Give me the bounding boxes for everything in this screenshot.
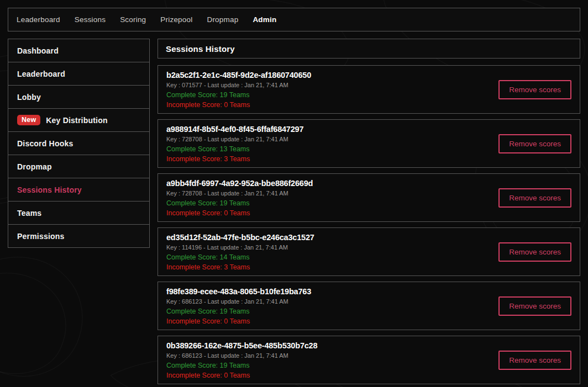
- remove-scores-button[interactable]: Remove scores: [498, 188, 571, 208]
- session-info: 0b389266-162e-4875-b5ee-485b530b7c28 Key…: [166, 341, 317, 379]
- remove-scores-button[interactable]: Remove scores: [498, 80, 571, 99]
- session-info: a9bb4fdf-6997-4a92-952a-bbe886f2669d Key…: [166, 179, 313, 217]
- session-id: a9bb4fdf-6997-4a92-952a-bbe886f2669d: [166, 179, 313, 188]
- incomplete-score: Incomplete Score: 3 Teams: [166, 263, 314, 271]
- admin-layout: Dashboard Leaderboard Lobby New Key Dist…: [8, 39, 580, 387]
- sessions-history-panel: Sessions History b2a5c2f1-2e1c-485f-9d2e…: [158, 39, 580, 387]
- sidebar-item-label: Sessions History: [17, 185, 82, 194]
- session-meta: Key : 728708 - Last update : Jan 21, 7:4…: [166, 190, 313, 197]
- nav-item-sessions[interactable]: Sessions: [75, 15, 106, 24]
- nav-item-leaderboard[interactable]: Leaderboard: [17, 15, 60, 24]
- sidebar-item-label: Discord Hooks: [17, 139, 73, 148]
- incomplete-score: Incomplete Score: 0 Teams: [166, 101, 311, 109]
- page-title: Sessions History: [166, 44, 235, 54]
- page-header: Sessions History: [158, 39, 580, 59]
- sidebar-item-dashboard[interactable]: Dashboard: [8, 39, 150, 62]
- session-meta: Key : 686123 - Last update : Jan 21, 7:4…: [166, 298, 311, 305]
- sidebar-item-lobby[interactable]: Lobby: [8, 85, 150, 109]
- sidebar-item-key-distribution[interactable]: New Key Distribution: [8, 108, 150, 132]
- session-card: b2a5c2f1-2e1c-485f-9d2e-af1860740650 Key…: [158, 65, 580, 114]
- sidebar-item-label: Dropmap: [17, 162, 52, 171]
- sidebar-item-label: Lobby: [17, 93, 41, 102]
- new-badge: New: [17, 115, 40, 125]
- nav-item-scoring[interactable]: Scoring: [120, 15, 146, 24]
- session-info: f98fe389-ecee-483a-8065-b10fe19ba763 Key…: [166, 287, 311, 325]
- session-info: a988914f-8b5f-4ef0-8f45-6ffaf6847297 Key…: [166, 125, 303, 163]
- nav-item-dropmap[interactable]: Dropmap: [207, 15, 238, 24]
- complete-score: Complete Score: 19 Teams: [166, 91, 311, 99]
- remove-scores-button[interactable]: Remove scores: [498, 351, 571, 370]
- nav-item-admin[interactable]: Admin: [253, 15, 276, 24]
- complete-score: Complete Score: 13 Teams: [166, 145, 303, 153]
- nav-item-prizepool[interactable]: Prizepool: [160, 15, 192, 24]
- session-meta: Key : 686123 - Last update : Jan 21, 7:4…: [166, 352, 317, 359]
- sidebar-item-label: Dashboard: [17, 46, 59, 55]
- sidebar-item-leaderboard[interactable]: Leaderboard: [8, 62, 150, 86]
- remove-scores-button[interactable]: Remove scores: [498, 296, 571, 316]
- remove-scores-button[interactable]: Remove scores: [498, 242, 571, 262]
- session-card: f98fe389-ecee-483a-8065-b10fe19ba763 Key…: [158, 282, 580, 330]
- session-card: ed35d12f-52ab-47fe-b5bc-e246ca3c1527 Key…: [158, 227, 580, 276]
- incomplete-score: Incomplete Score: 0 Teams: [166, 317, 311, 325]
- sidebar-item-dropmap[interactable]: Dropmap: [8, 155, 150, 178]
- top-navigation: Leaderboard Sessions Scoring Prizepool D…: [8, 8, 580, 31]
- admin-page: Leaderboard Sessions Scoring Prizepool D…: [0, 0, 588, 387]
- admin-sidebar: Dashboard Leaderboard Lobby New Key Dist…: [8, 39, 150, 248]
- session-meta: Key : 114196 - Last update : Jan 21, 7:4…: [166, 244, 314, 251]
- complete-score: Complete Score: 19 Teams: [166, 199, 313, 207]
- complete-score: Complete Score: 19 Teams: [166, 308, 311, 315]
- sidebar-item-label: Leaderboard: [17, 70, 65, 78]
- incomplete-score: Incomplete Score: 0 Teams: [166, 372, 317, 379]
- complete-score: Complete Score: 14 Teams: [166, 253, 314, 261]
- session-id: ed35d12f-52ab-47fe-b5bc-e246ca3c1527: [166, 233, 314, 242]
- sidebar-item-label: Permissions: [17, 232, 64, 241]
- sidebar-item-label: Key Distribution: [46, 116, 107, 125]
- session-info: ed35d12f-52ab-47fe-b5bc-e246ca3c1527 Key…: [166, 233, 314, 271]
- session-meta: Key : 071577 - Last update : Jan 21, 7:4…: [166, 82, 311, 88]
- incomplete-score: Incomplete Score: 0 Teams: [166, 209, 313, 217]
- sidebar-item-sessions-history[interactable]: Sessions History: [8, 178, 150, 202]
- sidebar-item-permissions[interactable]: Permissions: [8, 224, 150, 248]
- remove-scores-button[interactable]: Remove scores: [498, 134, 571, 153]
- session-card: 0b389266-162e-4875-b5ee-485b530b7c28 Key…: [158, 336, 580, 384]
- session-id: a988914f-8b5f-4ef0-8f45-6ffaf6847297: [166, 125, 303, 134]
- session-meta: Key : 728708 - Last update : Jan 21, 7:4…: [166, 136, 303, 142]
- sidebar-item-teams[interactable]: Teams: [8, 201, 150, 225]
- session-id: f98fe389-ecee-483a-8065-b10fe19ba763: [166, 287, 311, 296]
- session-id: b2a5c2f1-2e1c-485f-9d2e-af1860740650: [166, 71, 311, 79]
- sidebar-item-label: Teams: [17, 209, 41, 218]
- session-info: b2a5c2f1-2e1c-485f-9d2e-af1860740650 Key…: [166, 71, 311, 109]
- incomplete-score: Incomplete Score: 3 Teams: [166, 155, 303, 163]
- session-card: a9bb4fdf-6997-4a92-952a-bbe886f2669d Key…: [158, 173, 580, 222]
- sidebar-item-discord-hooks[interactable]: Discord Hooks: [8, 131, 150, 155]
- session-card: a988914f-8b5f-4ef0-8f45-6ffaf6847297 Key…: [158, 119, 580, 168]
- complete-score: Complete Score: 19 Teams: [166, 362, 317, 369]
- session-id: 0b389266-162e-4875-b5ee-485b530b7c28: [166, 341, 317, 350]
